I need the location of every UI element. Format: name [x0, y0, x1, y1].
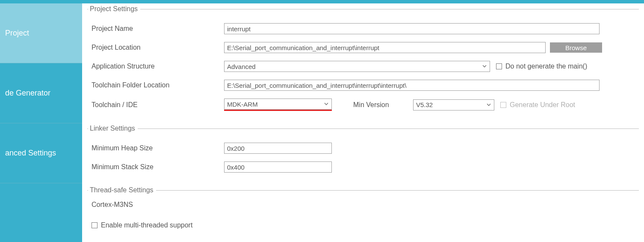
checkbox-box-icon: [92, 222, 97, 228]
enable-multithread-checkbox[interactable]: Enable multi-threaded support: [92, 221, 192, 229]
project-settings-group: Project Settings Project Name Project Lo…: [87, 5, 639, 119]
enable-multithread-row: Enable multi-threaded support: [87, 221, 639, 230]
toolchain-folder-row: Toolchain Folder Location E:\Serial_port…: [87, 80, 639, 91]
toolchain-ide-select[interactable]: MDK-ARM: [224, 99, 332, 110]
do-not-generate-main-label: Do not generate the main(): [505, 63, 587, 70]
linker-settings-legend: Linker Settings: [88, 125, 138, 132]
application-structure-select[interactable]: Advanced: [224, 61, 490, 72]
sidebar: Project de Generator anced Settings: [0, 3, 82, 242]
sidebar-filler: [0, 183, 82, 242]
min-heap-row: Minimum Heap Size: [87, 143, 639, 154]
checkbox-box-icon: [500, 102, 506, 108]
project-name-label: Project Name: [87, 25, 224, 33]
min-version-value: V5.32: [416, 101, 433, 108]
toolchain-folder-value: E:\Serial_port_communication_and_interru…: [227, 82, 406, 89]
enable-multithread-label: Enable multi-threaded support: [101, 221, 192, 229]
linker-settings-group: Linker Settings Minimum Heap Size Minimu…: [87, 125, 639, 180]
min-version-select[interactable]: V5.32: [413, 99, 494, 111]
application-structure-row: Application Structure Advanced Do not ge…: [87, 61, 639, 72]
checkbox-box-icon: [496, 63, 502, 69]
min-stack-label: Minimum Stack Size: [87, 163, 224, 171]
application-structure-label: Application Structure: [87, 63, 224, 70]
sidebar-item-project[interactable]: Project: [0, 3, 82, 63]
toolchain-folder-label: Toolchain Folder Location: [87, 81, 224, 89]
do-not-generate-main-checkbox[interactable]: Do not generate the main(): [496, 63, 587, 70]
toolchain-ide-highlight: MDK-ARM: [224, 99, 332, 111]
project-location-value: E:\Serial_port_communication_and_interru…: [227, 44, 379, 51]
thread-safe-settings-group: Thread-safe Settings Cortex-M3NS Enable …: [87, 186, 639, 238]
min-stack-input[interactable]: [224, 161, 332, 173]
min-heap-label: Minimum Heap Size: [87, 144, 224, 152]
sidebar-item-advanced-settings[interactable]: anced Settings: [0, 123, 82, 183]
main-content: Project Settings Project Name Project Lo…: [82, 3, 644, 242]
project-location-label: Project Location: [87, 44, 224, 51]
toolchain-ide-value: MDK-ARM: [227, 101, 258, 108]
generate-under-root-checkbox: Generate Under Root: [500, 101, 575, 109]
sidebar-item-label: Project: [5, 29, 29, 38]
project-settings-legend: Project Settings: [88, 5, 140, 13]
sidebar-item-label: de Generator: [5, 89, 50, 98]
project-name-row: Project Name: [87, 23, 639, 34]
chevron-down-icon: [324, 101, 329, 108]
browse-button[interactable]: Browse: [550, 42, 602, 53]
min-version-label: Min Version: [353, 101, 413, 109]
min-stack-row: Minimum Stack Size: [87, 161, 639, 173]
min-heap-input[interactable]: [224, 143, 332, 154]
generate-under-root-label: Generate Under Root: [510, 101, 575, 109]
project-location-field[interactable]: E:\Serial_port_communication_and_interru…: [224, 42, 546, 53]
main-layout: Project de Generator anced Settings Proj…: [0, 3, 644, 242]
cortex-core-text: Cortex-M3NS: [87, 201, 639, 209]
thread-safe-settings-legend: Thread-safe Settings: [88, 186, 156, 194]
top-accent-bar: [0, 0, 644, 3]
application-structure-value: Advanced: [227, 63, 256, 70]
toolchain-ide-label: Toolchain / IDE: [87, 101, 224, 109]
project-location-row: Project Location E:\Serial_port_communic…: [87, 42, 639, 53]
chevron-down-icon: [482, 63, 487, 70]
toolchain-ide-row: Toolchain / IDE MDK-ARM Min Version V5.3…: [87, 99, 639, 111]
toolchain-folder-field: E:\Serial_port_communication_and_interru…: [224, 80, 600, 91]
project-name-input[interactable]: [224, 23, 600, 34]
sidebar-item-code-generator[interactable]: de Generator: [0, 63, 82, 123]
chevron-down-icon: [486, 101, 491, 108]
sidebar-item-label: anced Settings: [5, 149, 56, 158]
